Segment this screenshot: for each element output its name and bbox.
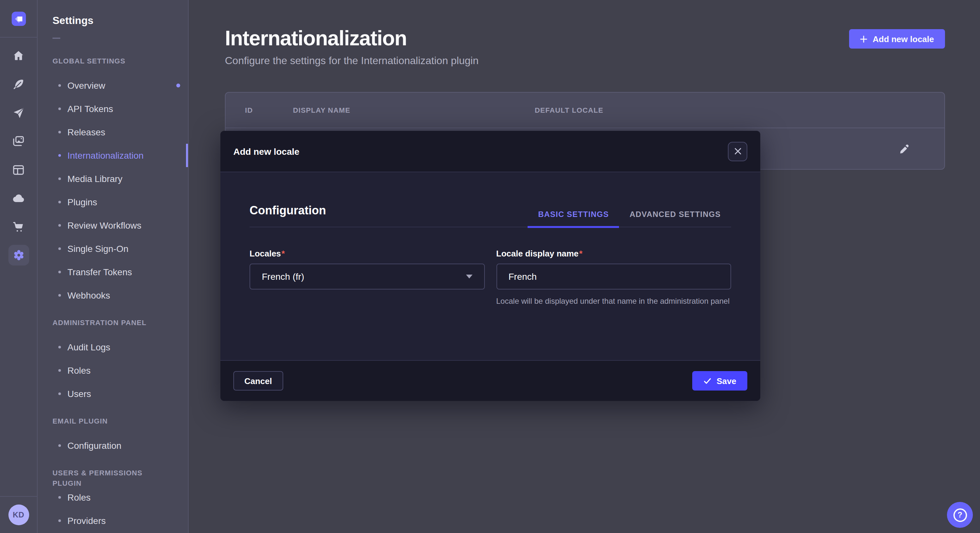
modal-body: Configuration BASIC SETTINGS ADVANCED SE… xyxy=(220,172,760,360)
display-name-label: Locale display name* xyxy=(496,249,731,259)
tab-advanced-settings[interactable]: ADVANCED SETTINGS xyxy=(619,202,731,228)
strapi-admin-app: KD Settings GLOBAL SETTINGS Overview API… xyxy=(0,0,980,533)
required-mark: * xyxy=(282,249,285,259)
check-icon xyxy=(703,377,711,385)
close-icon xyxy=(734,148,741,155)
save-button[interactable]: Save xyxy=(692,371,747,390)
required-mark: * xyxy=(579,249,582,259)
locales-field-group: Locales* French (fr) xyxy=(250,249,485,315)
modal-footer: Cancel Save xyxy=(220,360,760,401)
locales-label-text: Locales xyxy=(250,249,281,259)
modal-close-button[interactable] xyxy=(728,141,747,161)
add-new-locale-modal: Add new locale Configuration BASIC SETTI… xyxy=(220,131,760,401)
display-name-label-text: Locale display name xyxy=(496,249,579,259)
chevron-down-icon xyxy=(466,274,472,279)
modal-header: Add new locale xyxy=(220,131,760,172)
tab-basic-settings[interactable]: BASIC SETTINGS xyxy=(528,202,619,228)
locale-display-name-input[interactable] xyxy=(496,263,731,289)
locale-form: Locales* French (fr) Locale display name… xyxy=(250,249,731,315)
display-name-field-group: Locale display name* Locale will be disp… xyxy=(496,249,731,315)
modal-title: Add new locale xyxy=(233,146,299,156)
locales-label: Locales* xyxy=(250,249,485,259)
configuration-header: Configuration BASIC SETTINGS ADVANCED SE… xyxy=(250,172,731,227)
cancel-button[interactable]: Cancel xyxy=(233,371,283,390)
locales-select[interactable]: French (fr) xyxy=(250,263,485,289)
save-button-label: Save xyxy=(716,376,736,385)
display-name-hint: Locale will be displayed under that name… xyxy=(496,296,731,307)
locales-select-value: French (fr) xyxy=(262,271,304,282)
modal-tabs: BASIC SETTINGS ADVANCED SETTINGS xyxy=(528,202,731,227)
configuration-title: Configuration xyxy=(250,204,326,227)
